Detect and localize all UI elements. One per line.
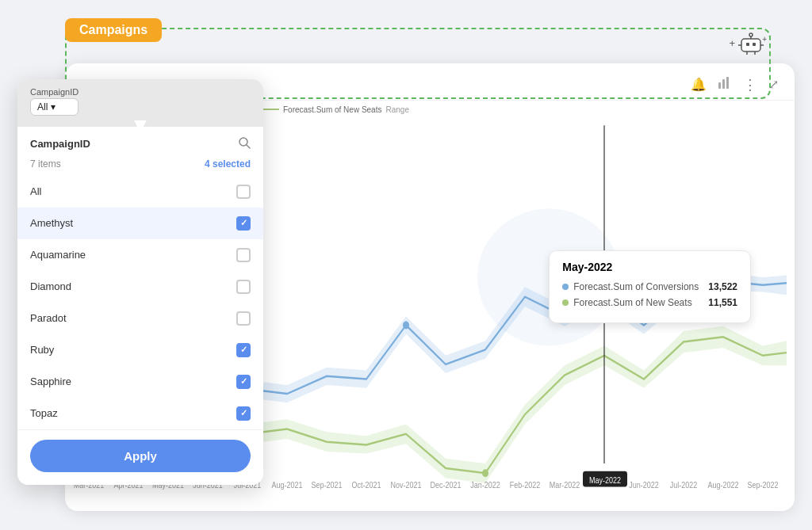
blue-dot-nov <box>403 321 409 329</box>
robot-icon <box>737 31 765 56</box>
filter-checkbox-paradot[interactable] <box>236 311 251 326</box>
x-label-11: Jan-2022 <box>470 479 500 489</box>
x-label-18: Sep-2022 <box>748 479 779 489</box>
tooltip-title: May-2022 <box>562 261 737 273</box>
svg-rect-1 <box>746 43 749 46</box>
filter-item-topaz[interactable]: Topaz <box>17 398 263 429</box>
filter-checkbox-aquamarine[interactable] <box>236 248 251 262</box>
filter-item-amethyst[interactable]: Amethyst <box>17 208 263 239</box>
legend-seats: Forecast.Sum of New Seats Range <box>260 105 409 114</box>
filter-current-value: All <box>37 101 48 112</box>
filter-panel: CampaignID All ▾ CampaignID 7 items 4 se… <box>17 79 263 485</box>
filter-item-label: Sapphire <box>30 376 71 387</box>
x-label-17: Aug-2022 <box>708 479 739 489</box>
x-label-8: Oct-2021 <box>352 479 381 489</box>
x-label-may2022: May-2022 <box>589 475 621 484</box>
tooltip-seats-text: Forecast.Sum of New Seats <box>573 297 691 308</box>
filter-item-all[interactable]: All <box>17 176 263 208</box>
svg-line-14 <box>247 145 250 148</box>
filter-checkbox-sapphire[interactable] <box>236 375 251 389</box>
tooltip-dot-blue <box>562 284 569 290</box>
x-label-7: Sep-2021 <box>312 479 343 489</box>
expand-icon[interactable]: ⤢ <box>768 77 779 92</box>
tooltip-conversions-value: 13,522 <box>708 281 737 292</box>
filter-item-label: Paradot <box>30 312 67 324</box>
filter-trigger-area: CampaignID All ▾ <box>17 79 263 127</box>
filter-item-label: Ruby <box>30 344 54 356</box>
filter-dropdown-trigger[interactable]: All ▾ <box>30 98 79 116</box>
filter-footer: Apply <box>17 429 263 485</box>
tooltip-label-seats: Forecast.Sum of New Seats <box>562 297 691 308</box>
filter-item-label: All <box>30 185 41 197</box>
filter-checkbox-diamond[interactable] <box>236 280 251 294</box>
chart-type-icon[interactable] <box>718 76 732 93</box>
filter-item-paradot[interactable]: Paradot <box>17 303 263 334</box>
filter-count-row: 7 items 4 selected <box>17 155 263 176</box>
svg-point-4 <box>749 33 753 36</box>
filter-dropdown-arrow: ▾ <box>51 101 56 112</box>
filter-checkbox-ruby[interactable] <box>236 343 251 357</box>
campaigns-badge: Campaigns <box>65 18 162 42</box>
tooltip-label-conversions: Forecast.Sum of Conversions <box>562 281 699 292</box>
legend-range-2: Range <box>385 105 408 114</box>
filter-item-label: Diamond <box>30 280 71 292</box>
filter-checkbox-all[interactable] <box>236 185 251 199</box>
filter-list: All Amethyst Aquamarine Diamond <box>17 176 263 429</box>
x-label-16: Jul-2022 <box>670 479 698 489</box>
apply-button[interactable]: Apply <box>30 440 251 472</box>
x-label-10: Dec-2021 <box>431 479 462 489</box>
filter-checkbox-topaz[interactable] <box>236 406 251 421</box>
x-label-6: Aug-2021 <box>272 479 303 489</box>
add-widget-area: + + <box>730 31 767 56</box>
svg-rect-9 <box>718 82 721 89</box>
chart-toolbar: 🔔 ⋮ ⤢ <box>691 76 779 93</box>
filter-column-header: CampaignID <box>30 87 79 97</box>
filter-item-label: Topaz <box>30 407 58 419</box>
x-label-13: Mar-2022 <box>550 479 580 489</box>
plus-small-icon: + <box>762 35 767 44</box>
filter-item-diamond[interactable]: Diamond <box>17 271 263 303</box>
legend-seats-label: Forecast.Sum of New Seats <box>283 105 382 114</box>
search-icon[interactable] <box>238 136 251 152</box>
tooltip-seats-value: 11,551 <box>708 297 737 308</box>
chart-tooltip: May-2022 Forecast.Sum of Conversions 13,… <box>549 250 751 323</box>
tooltip-row-conversions: Forecast.Sum of Conversions 13,522 <box>562 281 737 292</box>
svg-rect-2 <box>753 43 756 46</box>
svg-rect-10 <box>722 79 725 89</box>
more-icon[interactable]: ⋮ <box>743 76 757 93</box>
filter-item-ruby[interactable]: Ruby <box>17 334 263 366</box>
green-dot-aug <box>482 469 488 477</box>
tooltip-row-seats: Forecast.Sum of New Seats 11,551 <box>562 297 737 308</box>
filter-item-count: 7 items <box>30 158 61 170</box>
tooltip-dot-green <box>562 299 569 306</box>
filter-item-label: Aquamarine <box>30 249 86 261</box>
x-label-9: Nov-2021 <box>391 479 422 489</box>
alert-icon[interactable]: 🔔 <box>691 77 707 92</box>
filter-selected-count: 4 selected <box>205 158 251 170</box>
filter-checkbox-amethyst[interactable] <box>236 216 251 231</box>
x-label-12: Feb-2022 <box>510 479 541 489</box>
plus-icon: + <box>730 37 736 49</box>
tooltip-conversions-text: Forecast.Sum of Conversions <box>573 281 699 292</box>
filter-item-aquamarine[interactable]: Aquamarine <box>17 239 263 271</box>
svg-rect-0 <box>741 39 760 51</box>
filter-item-sapphire[interactable]: Sapphire <box>17 366 263 398</box>
campaigns-label-area: Campaigns <box>65 18 162 42</box>
filter-column-name: CampaignID <box>30 138 90 150</box>
filter-body: CampaignID 7 items 4 selected All Amethy… <box>17 127 263 429</box>
svg-rect-11 <box>726 77 729 89</box>
x-label-15: Jun-2022 <box>629 479 659 489</box>
filter-item-label: Amethyst <box>30 217 73 229</box>
